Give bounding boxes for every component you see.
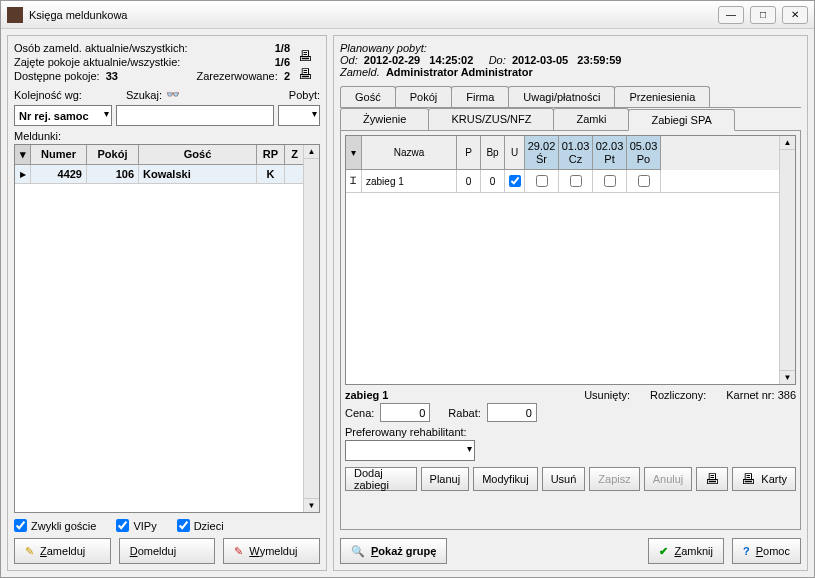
print-icon-2[interactable]: 🖶 <box>298 66 312 82</box>
stat-rooms-label: Zajęte pokoje aktualnie/wszystkie: <box>14 56 180 68</box>
stat-people-label: Osób zameld. aktualnie/wszystkich: <box>14 42 188 54</box>
row-cursor-icon: Ꮖ <box>346 170 362 192</box>
maximize-button[interactable]: □ <box>750 6 776 24</box>
spa-grid[interactable]: ▾ Nazwa P Bp U 29.02Śr 01.03Cz 02.03Pt 0… <box>345 135 796 385</box>
zapisz-button[interactable]: Zapisz <box>589 467 639 491</box>
rozliczony-label: Rozliczony: <box>650 389 706 401</box>
meldunki-label: Meldunki: <box>14 130 320 142</box>
tabs-row-1: Gość Pokój Firma Uwagi/płatności Przenie… <box>340 86 801 108</box>
app-icon <box>7 7 23 23</box>
col-gosc[interactable]: Gość <box>139 145 257 164</box>
spa-row[interactable]: Ꮖ zabieg 1 0 0 <box>346 170 795 193</box>
rabat-label: Rabat: <box>448 407 480 419</box>
col-numer[interactable]: Numer <box>31 145 87 164</box>
col-rp[interactable]: RP <box>257 145 285 164</box>
search-label: Szukaj: <box>126 89 162 101</box>
order-label: Kolejność wg: <box>14 89 82 101</box>
col-bp[interactable]: Bp <box>481 136 505 170</box>
col-day-1[interactable]: 29.02Śr <box>525 136 559 170</box>
window-title: Księga meldunkowa <box>29 9 718 21</box>
day-checkbox[interactable] <box>638 175 650 187</box>
anuluj-button[interactable]: Anuluj <box>644 467 693 491</box>
tab-przeniesienia[interactable]: Przeniesienia <box>614 86 710 107</box>
planuj-button[interactable]: Planuj <box>421 467 470 491</box>
check-icon: ✔ <box>659 545 668 558</box>
titlebar: Księga meldunkowa — □ ✕ <box>1 1 814 29</box>
col-nazwa[interactable]: Nazwa <box>362 136 457 170</box>
print-button[interactable]: 🖶 <box>696 467 728 491</box>
col-u[interactable]: U <box>505 136 525 170</box>
print-icon: 🖶 <box>741 471 755 487</box>
order-combo[interactable]: Nr rej. samoc <box>14 105 112 126</box>
dodaj-zabiegi-button[interactable]: Dodaj zabiegi <box>345 467 417 491</box>
plan-header: Planowany pobyt: <box>340 42 801 54</box>
stat-reserved-value: 2 <box>284 70 290 82</box>
day-checkbox[interactable] <box>570 175 582 187</box>
tab-uwagi[interactable]: Uwagi/płatności <box>508 86 615 107</box>
usuniety-label: Usunięty: <box>584 389 630 401</box>
karty-button[interactable]: 🖶Karty <box>732 467 796 491</box>
meldunki-grid[interactable]: ▾ Numer Pokój Gość RP Z ▶ 4429 106 Kowal… <box>14 144 320 513</box>
karnet-value: 386 <box>778 389 796 401</box>
search-input[interactable] <box>116 105 274 126</box>
tab-firma[interactable]: Firma <box>451 86 509 107</box>
day-checkbox[interactable] <box>604 175 616 187</box>
filter-vipy[interactable]: VIPy <box>116 519 156 532</box>
wymelduj-button[interactable]: ✎Wymelduj <box>223 538 320 564</box>
binoculars-icon: 👓 <box>166 88 180 101</box>
pencil-icon: ✎ <box>234 545 243 558</box>
tab-zabiegi-spa[interactable]: Zabiegi SPA <box>628 109 734 131</box>
u-checkbox[interactable] <box>509 175 521 187</box>
col-marker[interactable]: ▾ <box>346 136 362 170</box>
stat-reserved-label: Zarezerwowane: <box>196 70 277 82</box>
tab-gosc[interactable]: Gość <box>340 86 396 107</box>
col-marker[interactable]: ▾ <box>15 145 31 164</box>
pomoc-button[interactable]: ?Pomoc <box>732 538 801 564</box>
minimize-button[interactable]: — <box>718 6 744 24</box>
magnifier-icon: 🔍 <box>351 545 365 558</box>
rabat-input[interactable] <box>487 403 537 422</box>
tab-krus[interactable]: KRUS/ZUS/NFZ <box>428 108 554 130</box>
row-indicator-icon: ▶ <box>20 170 26 179</box>
filter-zwykli[interactable]: Zwykli goście <box>14 519 96 532</box>
zamelduj-button[interactable]: ✎Zamelduj <box>14 538 111 564</box>
detail-name: zabieg 1 <box>345 389 388 401</box>
stat-avail-label: Dostępne pokoje: <box>14 70 100 82</box>
col-p[interactable]: P <box>457 136 481 170</box>
table-row[interactable]: ▶ 4429 106 Kowalski K <box>15 165 319 184</box>
col-day-3[interactable]: 02.03Pt <box>593 136 627 170</box>
close-button[interactable]: ✕ <box>782 6 808 24</box>
domelduj-button[interactable]: Domelduj <box>119 538 216 564</box>
filter-dzieci[interactable]: Dzieci <box>177 519 224 532</box>
tabs-row-2: Żywienie KRUS/ZUS/NFZ Zamki Zabiegi SPA <box>340 108 801 131</box>
cena-label: Cena: <box>345 407 374 419</box>
col-z[interactable]: Z <box>285 145 305 164</box>
day-checkbox[interactable] <box>536 175 548 187</box>
karnet-label: Karnet nr: <box>726 389 774 401</box>
pencil-icon: ✎ <box>25 545 34 558</box>
pokaz-grupe-button[interactable]: 🔍Pokaż grupę <box>340 538 447 564</box>
stat-rooms-value: 1/6 <box>275 56 290 68</box>
scrollbar[interactable] <box>779 136 795 384</box>
print-icon-1[interactable]: 🖶 <box>298 48 312 64</box>
stat-people-value: 1/8 <box>275 42 290 54</box>
tab-pokoj[interactable]: Pokój <box>395 86 453 107</box>
tab-zywienie[interactable]: Żywienie <box>340 108 429 130</box>
pobyt-label: Pobyt: <box>289 89 320 101</box>
usun-button[interactable]: Usuń <box>542 467 586 491</box>
print-icon: 🖶 <box>705 471 719 487</box>
cena-input[interactable] <box>380 403 430 422</box>
rehab-label: Preferowany rehabilitant: <box>345 426 796 438</box>
help-icon: ? <box>743 545 750 557</box>
modyfikuj-button[interactable]: Modyfikuj <box>473 467 537 491</box>
rehab-combo[interactable] <box>345 440 475 461</box>
col-day-2[interactable]: 01.03Cz <box>559 136 593 170</box>
zamknij-button[interactable]: ✔Zamknij <box>648 538 724 564</box>
scrollbar[interactable] <box>303 145 319 512</box>
col-pokoj[interactable]: Pokój <box>87 145 139 164</box>
col-day-4[interactable]: 05.03Po <box>627 136 661 170</box>
stat-avail-value: 33 <box>106 70 118 82</box>
tab-zamki[interactable]: Zamki <box>553 108 629 130</box>
pobyt-combo[interactable] <box>278 105 320 126</box>
